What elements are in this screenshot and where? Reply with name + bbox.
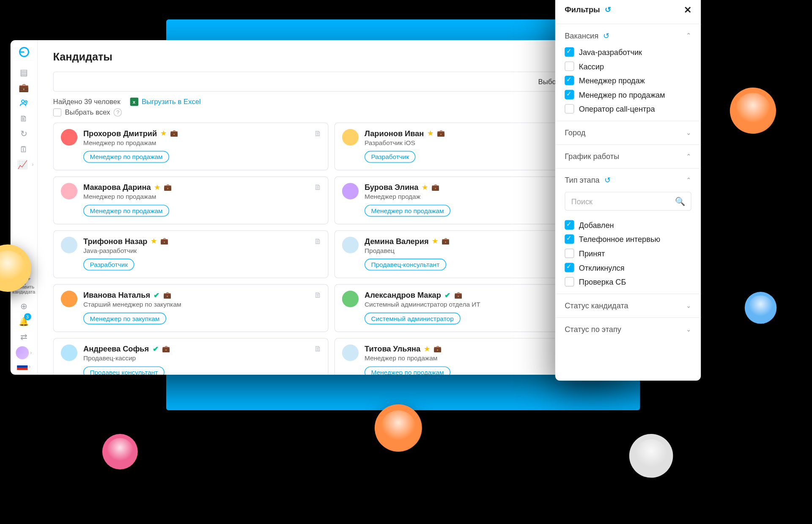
decorative-avatar <box>375 404 422 452</box>
checkbox[interactable] <box>565 104 574 113</box>
found-count: Найдено 39 человек <box>53 97 121 106</box>
info-icon[interactable]: ? <box>114 108 122 117</box>
briefcase-icon: 💼 <box>164 183 172 191</box>
checkbox[interactable] <box>565 220 574 229</box>
filter-section-header[interactable]: Статус по этапу ⌄ <box>555 318 701 341</box>
decorative-avatar <box>730 88 776 134</box>
filter-section-header[interactable]: Тип этапа ↺ ⌃ <box>555 168 701 192</box>
briefcase-icon: 💼 <box>454 291 463 299</box>
document-icon[interactable]: 🗎 <box>314 183 322 192</box>
filter-bar[interactable]: Выбор⌄ Выбор⌄ <box>53 71 610 92</box>
checkbox[interactable] <box>565 248 574 258</box>
star-icon: ★ <box>151 237 157 245</box>
main-content: Кандидаты Выбор⌄ Выбор⌄ Найдено 39 челов… <box>38 40 625 375</box>
close-icon[interactable]: ✕ <box>684 4 691 15</box>
filter-section-header[interactable]: График работы ⌃ <box>555 145 701 168</box>
nav-candidates-icon[interactable] <box>16 97 32 109</box>
notifications-button[interactable]: 🔔3 <box>16 315 32 327</box>
checkbox[interactable] <box>565 263 574 272</box>
candidate-role: Java-разработчик <box>83 247 321 254</box>
reset-section-icon[interactable]: ↺ <box>604 176 611 184</box>
filter-option[interactable]: Проверка СБ <box>565 277 691 286</box>
filter-option[interactable]: Java-разработчик <box>565 47 691 56</box>
candidate-card[interactable]: 🗎 Андреева Софья ✔ 💼 Продавец-кассир Про… <box>53 338 329 375</box>
nav-chart-icon[interactable]: 📈 <box>14 159 30 170</box>
candidate-tag[interactable]: Менеджер по продажам <box>365 366 450 375</box>
candidate-tag[interactable]: Менеджер по продажам <box>83 151 169 162</box>
app-window: ▤ 💼 🗎 ↻ 🗓 📈 › 👤⁺ Добавить кандидата ⊕ 🔔3… <box>11 40 625 375</box>
filter-section-header[interactable]: Вакансия ↺ ⌃ <box>555 24 701 47</box>
filter-section-header[interactable]: Город ⌄ <box>555 121 701 144</box>
candidate-tag[interactable]: Продавец-консультант <box>365 258 446 270</box>
filter-option[interactable]: Принят <box>565 248 691 258</box>
filter-option-label: Кассир <box>579 62 604 71</box>
checkbox[interactable] <box>565 234 574 244</box>
candidate-tag[interactable]: Менеджер по продажам <box>83 205 169 217</box>
candidate-card[interactable]: 🗎 Трифонов Назар ★ 💼 Java-разработчик Ра… <box>53 230 329 278</box>
chevron-up-icon: ⌃ <box>686 153 691 160</box>
filter-option[interactable]: Кассир <box>565 61 691 71</box>
candidate-card[interactable]: 🗎 Макарова Дарина ★ 💼 Менеджер по продаж… <box>53 176 329 224</box>
filter-option[interactable]: Телефонное интервью <box>565 234 691 244</box>
nav-refresh-icon[interactable]: ↻ <box>16 128 32 140</box>
filter-option[interactable]: Оператор call-центра <box>565 104 691 113</box>
filter-section-city: Город ⌄ <box>555 121 701 145</box>
filter-option[interactable]: Добавлен <box>565 220 691 229</box>
reset-filters-icon[interactable]: ↺ <box>605 5 611 14</box>
star-icon: ★ <box>432 237 438 245</box>
svg-point-0 <box>21 100 24 103</box>
chevron-down-icon: ⌄ <box>686 325 691 333</box>
star-icon: ★ <box>154 183 160 191</box>
language-flag-ru[interactable] <box>17 363 27 370</box>
filter-section-stage-type: Тип этапа ↺ ⌃ Поиск 🔍 ДобавленТелефонное… <box>555 168 701 294</box>
candidate-tag[interactable]: Разработчик <box>365 151 416 162</box>
filter-option[interactable]: Откликнулся <box>565 263 691 272</box>
nav-calendar-icon[interactable]: 🗓 <box>16 143 32 155</box>
checkbox[interactable] <box>565 61 574 71</box>
chevron-right-icon: › <box>29 363 30 369</box>
briefcase-icon: 💼 <box>442 237 450 245</box>
candidate-tag[interactable]: Разработчик <box>83 258 134 270</box>
verified-icon: ✔ <box>444 291 450 299</box>
document-icon[interactable]: 🗎 <box>314 291 322 299</box>
chevron-up-icon: ⌃ <box>686 176 691 184</box>
document-icon[interactable]: 🗎 <box>314 236 322 245</box>
checkbox[interactable] <box>565 76 574 85</box>
nav-documents-icon[interactable]: ▤ <box>16 66 32 78</box>
user-avatar[interactable] <box>16 346 29 359</box>
add-button[interactable]: ⊕ <box>16 300 32 312</box>
app-logo[interactable] <box>18 46 30 58</box>
export-excel-link[interactable]: x Выгрузить в Excel <box>130 97 201 106</box>
candidate-tag[interactable]: Продавец консультант <box>83 366 165 375</box>
filter-section-header[interactable]: Статус кандидата ⌄ <box>555 294 701 317</box>
checkbox[interactable] <box>565 277 574 286</box>
candidate-name: Трифонов Назар ★ 💼 <box>83 236 321 245</box>
stage-search-input[interactable]: Поиск 🔍 <box>565 192 691 211</box>
candidate-tag[interactable]: Менеджер по продажам <box>365 205 450 217</box>
select-all-checkbox[interactable] <box>53 108 62 117</box>
candidate-tag[interactable]: Системный администратор <box>365 313 460 324</box>
notifications-badge: 3 <box>24 313 31 320</box>
select-all-label: Выбрать всех <box>65 108 110 117</box>
document-icon[interactable]: 🗎 <box>314 129 322 138</box>
document-icon[interactable]: 🗎 <box>314 344 322 353</box>
candidates-grid: 🗎 Прохоров Дмитрий ★ 💼 Менеджер по прода… <box>53 122 610 374</box>
filter-option[interactable]: Менеджер по продажам <box>565 90 691 99</box>
checkbox[interactable] <box>565 90 574 99</box>
filter-option[interactable]: Менеджер продаж <box>565 76 691 85</box>
filter-option-label: Добавлен <box>579 220 614 229</box>
page-title: Кандидаты <box>53 51 610 63</box>
candidate-card[interactable]: 🗎 Иванова Наталья ✔ 💼 Старший менеджер п… <box>53 284 329 332</box>
candidate-card[interactable]: 🗎 Прохоров Дмитрий ★ 💼 Менеджер по прода… <box>53 122 329 170</box>
chevron-down-icon: ⌄ <box>686 302 691 309</box>
checkbox[interactable] <box>565 47 574 56</box>
candidate-avatar <box>342 129 359 145</box>
filter-section-candidate-status: Статус кандидата ⌄ <box>555 294 701 318</box>
candidate-tag[interactable]: Менеджер по закупкам <box>83 313 166 324</box>
candidate-name: Макарова Дарина ★ 💼 <box>83 183 321 192</box>
swap-icon[interactable]: ⇄ <box>16 331 32 343</box>
nav-file-icon[interactable]: 🗎 <box>16 112 32 124</box>
nav-briefcase-icon[interactable]: 💼 <box>16 82 32 93</box>
reset-section-icon[interactable]: ↺ <box>603 31 609 40</box>
candidate-avatar <box>342 236 359 253</box>
